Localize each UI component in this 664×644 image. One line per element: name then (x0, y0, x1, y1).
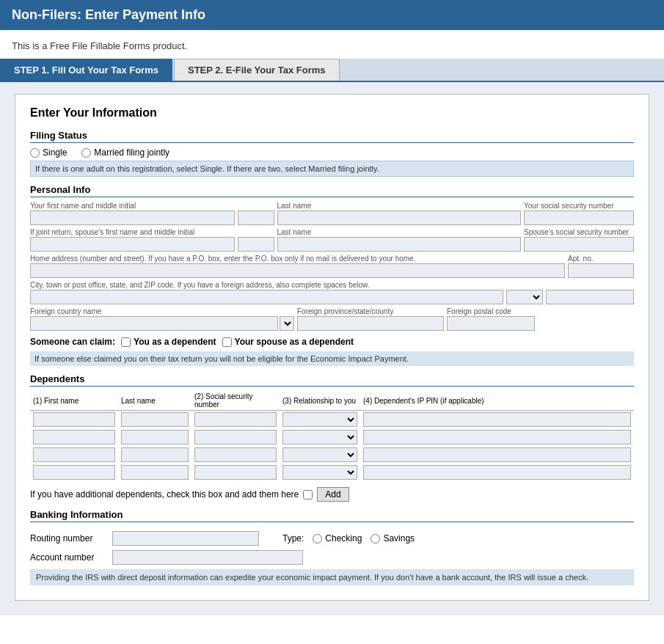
foreign-country-input[interactable] (30, 316, 278, 331)
foreign-country-select[interactable] (280, 316, 294, 331)
dep-row-2 (30, 428, 634, 446)
address-label: Home address (number and street). If you… (30, 255, 565, 263)
spouse-mi-input[interactable] (238, 237, 274, 252)
dep-header-row: (1) First name Last name (2) Social secu… (30, 391, 634, 411)
state-select[interactable] (506, 290, 543, 304)
savings-option[interactable]: Savings (371, 533, 415, 544)
dep2-ssn[interactable] (194, 430, 277, 444)
account-row: Account number (30, 550, 634, 565)
dep4-pin[interactable] (363, 465, 631, 480)
spouse-first-label: If joint return, spouse's first name and… (30, 228, 274, 236)
add-dependents-text: If you have additional dependents, check… (30, 489, 299, 500)
city-input[interactable] (30, 290, 503, 304)
dep2-relationship[interactable] (282, 430, 357, 444)
subtitle-bar: This is a Free File Fillable Forms produ… (0, 30, 664, 59)
dep-row-4 (30, 464, 634, 481)
someone-claim-label: Someone can claim: (30, 337, 115, 347)
dep2-firstname[interactable] (33, 430, 115, 444)
spouse-last-input[interactable] (277, 237, 522, 252)
name-row-2: If joint return, spouse's first name and… (30, 228, 634, 252)
dep3-firstname[interactable] (33, 447, 115, 462)
you-dependent-checkbox[interactable] (121, 337, 131, 347)
first-name-label: Your first name and middle initial (30, 202, 274, 210)
dep1-relationship[interactable] (282, 412, 357, 427)
married-option[interactable]: Married filing jointly (81, 147, 169, 158)
dep1-firstname[interactable] (33, 412, 115, 427)
savings-radio[interactable] (371, 534, 380, 544)
zip-input[interactable] (546, 290, 634, 304)
add-dependents-checkbox[interactable] (303, 490, 313, 500)
form-inner: Enter Your Information Filing Status Sin… (15, 94, 649, 601)
account-label: Account number (30, 552, 103, 563)
dep-row-1 (30, 411, 634, 429)
spouse-dependent-checkbox[interactable] (222, 337, 232, 347)
dep3-ssn[interactable] (194, 447, 277, 462)
account-input[interactable] (112, 550, 303, 565)
foreign-postal-group: Foreign postal code (447, 307, 535, 331)
address-row: Home address (number and street). If you… (30, 255, 634, 278)
last-name-input[interactable] (277, 211, 522, 225)
spouse-ssn-input[interactable] (524, 237, 634, 252)
single-radio[interactable] (30, 148, 40, 158)
dep3-relationship[interactable] (282, 447, 357, 462)
add-dependents-row: If you have additional dependents, check… (30, 487, 634, 502)
address-group: Home address (number and street). If you… (30, 255, 565, 278)
ssn-label: Your social security number (524, 202, 634, 210)
spouse-ssn-label: Spouse's social security number (524, 228, 634, 236)
dep1-pin[interactable] (363, 412, 631, 427)
banking-title: Banking Information (30, 509, 634, 522)
subtitle-text: This is a Free File Fillable Forms produ… (12, 40, 187, 51)
dep3-lastname[interactable] (121, 447, 189, 462)
address-input[interactable] (30, 263, 565, 278)
apt-group: Apt. no. (568, 255, 634, 278)
checking-option[interactable]: Checking (313, 533, 362, 544)
dep4-firstname[interactable] (33, 465, 115, 480)
dep2-lastname[interactable] (121, 430, 189, 444)
dep1-lastname[interactable] (121, 412, 189, 427)
filing-status-row: Single Married filing jointly (30, 147, 634, 158)
apt-input[interactable] (568, 263, 634, 278)
foreign-postal-input[interactable] (447, 316, 535, 331)
personal-info-title: Personal Info (30, 184, 634, 197)
foreign-country-label: Foreign country name (30, 307, 294, 315)
foreign-province-group: Foreign province/state/county (297, 307, 444, 331)
spouse-first-input[interactable] (30, 237, 235, 252)
dep4-ssn[interactable] (194, 465, 277, 480)
checking-radio[interactable] (313, 534, 322, 544)
add-dependents-button[interactable]: Add (317, 487, 349, 502)
dep3-pin[interactable] (363, 447, 631, 462)
tab-step1[interactable]: STEP 1. Fill Out Your Tax Forms (0, 59, 172, 81)
you-dependent-option[interactable]: You as a dependent (121, 337, 216, 347)
page-header: Non-Filers: Enter Payment Info (0, 0, 664, 30)
dep-col-ssn: (2) Social security number (191, 391, 280, 411)
first-name-input[interactable] (30, 211, 235, 225)
dependents-table: (1) First name Last name (2) Social secu… (30, 391, 634, 481)
single-option[interactable]: Single (30, 147, 67, 158)
spouse-last-group: Last name (277, 228, 522, 252)
banking-note: Providing the IRS with direct deposit in… (30, 569, 634, 585)
banking-section: Routing number Type: Checking Savings Ac… (30, 531, 634, 585)
dep-col-firstname: (1) First name (30, 391, 118, 411)
dep1-ssn[interactable] (194, 412, 277, 427)
married-radio[interactable] (81, 148, 91, 158)
someone-claim-row: Someone can claim: You as a dependent Yo… (30, 337, 634, 347)
first-name-group: Your first name and middle initial (30, 202, 274, 225)
dependents-section: (1) First name Last name (2) Social secu… (30, 391, 634, 481)
spouse-ssn-group: Spouse's social security number (524, 228, 634, 252)
routing-label: Routing number (30, 533, 103, 544)
foreign-row: Foreign country name Foreign province/st… (30, 307, 634, 331)
eip-warning: If someone else claimed you on their tax… (30, 351, 634, 366)
routing-input[interactable] (112, 531, 259, 546)
spouse-first-group: If joint return, spouse's first name and… (30, 228, 274, 252)
foreign-province-input[interactable] (297, 316, 444, 331)
ssn-input[interactable] (524, 211, 634, 225)
dep4-lastname[interactable] (121, 465, 189, 480)
dep-row-3 (30, 446, 634, 464)
page-title: Non-Filers: Enter Payment Info (12, 7, 205, 22)
middle-initial-input[interactable] (238, 211, 274, 225)
dep-col-relationship: (3) Relationship to you (280, 391, 360, 411)
dep4-relationship[interactable] (282, 465, 357, 480)
tab-step2[interactable]: STEP 2. E-File Your Tax Forms (174, 59, 340, 81)
dep2-pin[interactable] (363, 430, 631, 444)
spouse-dependent-option[interactable]: Your spouse as a dependent (222, 337, 354, 347)
